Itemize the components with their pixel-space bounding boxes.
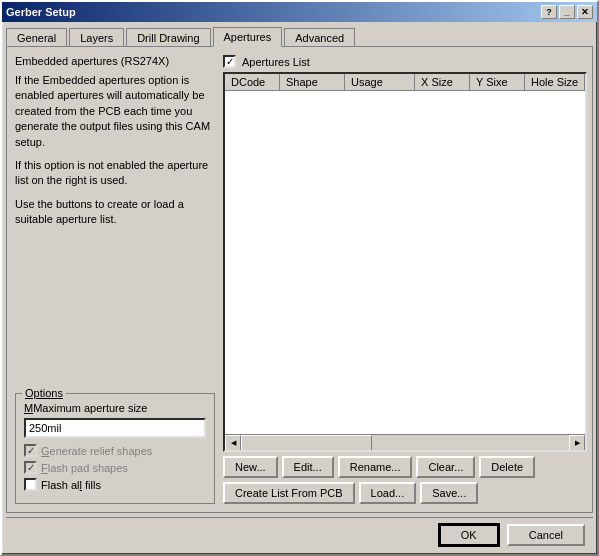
apertures-list-title: Apertures List [242, 56, 310, 68]
options-group: Options MMaximum aperture size Generate … [15, 393, 215, 504]
aperture-buttons-row2: Create List From PCB Load... Save... [223, 482, 587, 504]
relief-shapes-row: Generate relief shapes [24, 444, 206, 457]
desc-1: If the Embedded apertures option is enab… [15, 73, 215, 150]
save-button[interactable]: Save... [420, 482, 478, 504]
desc-3: Use the buttons to create or load a suit… [15, 197, 215, 228]
tab-drill-drawing[interactable]: Drill Drawing [126, 28, 210, 47]
main-layout: Embedded apertures (RS274X) If the Embed… [15, 55, 584, 504]
help-button[interactable]: ? [541, 5, 557, 19]
window-title: Gerber Setup [6, 6, 76, 18]
bottom-buttons: OK Cancel [6, 517, 593, 550]
list-body [225, 91, 585, 434]
apertures-list: DCode Shape Usage X Size Y Sixe Hole Siz… [223, 72, 587, 452]
col-dcode: DCode [225, 74, 280, 90]
flash-pad-label: Flash pad shapes [41, 462, 128, 474]
new-button[interactable]: New... [223, 456, 278, 478]
edit-button[interactable]: Edit... [282, 456, 334, 478]
rename-button[interactable]: Rename... [338, 456, 413, 478]
load-button[interactable]: Load... [359, 482, 417, 504]
create-list-button[interactable]: Create List From PCB [223, 482, 355, 504]
col-usage: Usage [345, 74, 415, 90]
cancel-button[interactable]: Cancel [507, 524, 585, 546]
horizontal-scrollbar[interactable]: ◀ ▶ [225, 434, 585, 450]
apertures-header: Apertures List [223, 55, 587, 68]
tab-advanced[interactable]: Advanced [284, 28, 355, 47]
list-header: DCode Shape Usage X Size Y Sixe Hole Siz… [225, 74, 585, 91]
col-xsize: X Size [415, 74, 470, 90]
flash-pad-checkbox[interactable] [24, 461, 37, 474]
desc-2: If this option is not enabled the apertu… [15, 158, 215, 189]
tab-apertures[interactable]: Apertures [213, 27, 283, 47]
aperture-buttons-row1: New... Edit... Rename... Clear... Delete [223, 456, 587, 478]
tab-content-apertures: Embedded apertures (RS274X) If the Embed… [6, 46, 593, 513]
right-panel: Apertures List DCode Shape Usage X Size … [223, 55, 587, 504]
max-aperture-label: MMaximum aperture size [24, 402, 206, 414]
flash-pad-row: Flash pad shapes [24, 461, 206, 474]
col-shape: Shape [280, 74, 345, 90]
scroll-track[interactable] [241, 435, 569, 451]
relief-shapes-checkbox[interactable] [24, 444, 37, 457]
title-bar: Gerber Setup ? _ ✕ [2, 2, 597, 22]
tab-general[interactable]: General [6, 28, 67, 47]
scroll-right-button[interactable]: ▶ [569, 435, 585, 451]
ok-button[interactable]: OK [439, 524, 499, 546]
embedded-apertures-header: Embedded apertures (RS274X) [15, 55, 215, 67]
flash-fills-label: Flash all fills [41, 479, 101, 491]
tab-layers[interactable]: Layers [69, 28, 124, 47]
left-panel: Embedded apertures (RS274X) If the Embed… [15, 55, 215, 504]
scroll-left-button[interactable]: ◀ [225, 435, 241, 451]
options-legend: Options [22, 387, 66, 399]
apertures-enabled-checkbox[interactable] [223, 55, 236, 68]
max-aperture-input[interactable] [24, 418, 206, 438]
col-holesize: Hole Size [525, 74, 585, 90]
clear-button[interactable]: Clear... [416, 456, 475, 478]
flash-fills-row: Flash all fills [24, 478, 206, 491]
dialog-content: General Layers Drill Drawing Apertures A… [2, 22, 597, 554]
col-ysize: Y Sixe [470, 74, 525, 90]
tab-bar: General Layers Drill Drawing Apertures A… [6, 26, 593, 46]
flash-fills-checkbox[interactable] [24, 478, 37, 491]
minimize-button[interactable]: _ [559, 5, 575, 19]
main-window: Gerber Setup ? _ ✕ General Layers Drill … [0, 0, 599, 556]
close-button[interactable]: ✕ [577, 5, 593, 19]
title-bar-buttons: ? _ ✕ [541, 5, 593, 19]
delete-button[interactable]: Delete [479, 456, 535, 478]
scroll-thumb[interactable] [241, 435, 372, 451]
relief-shapes-label: Generate relief shapes [41, 445, 152, 457]
